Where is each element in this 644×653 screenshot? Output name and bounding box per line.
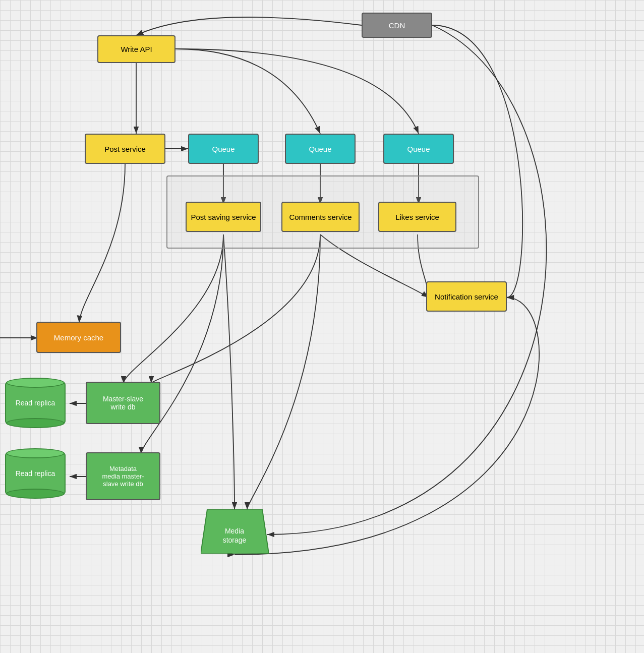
cdn-node: CDN	[362, 13, 432, 38]
master-slave-db-node: Master-slave write db	[86, 382, 160, 424]
metadata-db-label: Metadata media master- slave write db	[102, 465, 144, 488]
post-saving-node: Post saving service	[186, 202, 261, 232]
write-api-label: Write API	[121, 45, 152, 53]
notification-node: Notification service	[426, 281, 507, 312]
cdn-label: CDN	[389, 21, 405, 30]
diagram-canvas: CDN Write API Post service Queue Queue Q…	[0, 0, 644, 653]
master-slave-db-label: Master-slave write db	[103, 395, 143, 411]
likes-label: Likes service	[395, 213, 439, 221]
queue1-node: Queue	[188, 134, 259, 164]
svg-text:storage: storage	[223, 536, 247, 544]
notification-label: Notification service	[435, 292, 498, 301]
comments-label: Comments service	[289, 213, 352, 221]
likes-node: Likes service	[378, 202, 456, 232]
comments-node: Comments service	[281, 202, 360, 232]
post-service-node: Post service	[85, 134, 165, 164]
queue2-label: Queue	[309, 145, 331, 153]
metadata-db-node: Metadata media master- slave write db	[86, 452, 160, 500]
svg-text:Media: Media	[225, 527, 244, 535]
queue3-node: Queue	[383, 134, 454, 164]
queue1-label: Queue	[212, 145, 235, 153]
memory-cache-node: Memory cache	[36, 322, 121, 353]
write-api-node: Write API	[97, 35, 175, 63]
read-replica1-label: Read replica	[16, 399, 55, 407]
media-storage-node: Media storage	[201, 509, 269, 554]
post-service-label: Post service	[104, 145, 146, 153]
post-saving-label: Post saving service	[191, 213, 256, 221]
queue3-label: Queue	[407, 145, 430, 153]
memory-cache-label: Memory cache	[54, 333, 103, 342]
read-replica1-node: Read replica	[5, 382, 66, 424]
read-replica2-node: Read replica	[5, 452, 66, 495]
queue2-node: Queue	[285, 134, 356, 164]
read-replica2-label: Read replica	[16, 469, 55, 478]
